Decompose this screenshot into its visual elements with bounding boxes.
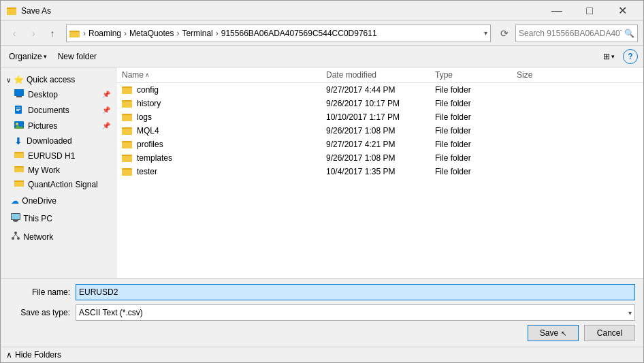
quick-access-chevron-icon: ∨ xyxy=(6,76,11,84)
svg-rect-4 xyxy=(69,32,80,37)
sidebar-item-onedrive[interactable]: › ☁ OneDrive xyxy=(1,194,116,208)
file-rows-container: config 9/27/2017 4:44 PM File folder his… xyxy=(116,83,643,178)
breadcrumb-sep-1: › xyxy=(124,29,127,38)
address-bar[interactable]: › Roaming › MetaQuotes › Terminal › 9155… xyxy=(66,25,491,42)
svg-point-31 xyxy=(12,237,14,240)
filename-input[interactable] xyxy=(76,284,635,300)
file-name-cell: logs xyxy=(122,112,326,122)
file-date-cell: 9/26/2017 10:17 PM xyxy=(326,99,435,108)
svg-rect-46 xyxy=(122,142,132,148)
back-button[interactable]: ‹ xyxy=(6,25,22,42)
table-row[interactable]: templates 9/26/2017 1:08 PM File folder xyxy=(116,151,643,165)
column-size[interactable]: Size xyxy=(517,70,585,80)
cancel-button[interactable]: Cancel xyxy=(584,325,635,341)
file-date-cell: 9/26/2017 1:08 PM xyxy=(326,153,435,163)
save-button[interactable]: Save ↖ xyxy=(528,325,579,341)
file-name-cell: tester xyxy=(122,167,326,176)
table-row[interactable]: tester 10/4/2017 1:35 PM File folder xyxy=(116,165,643,178)
forward-button[interactable]: › xyxy=(25,25,42,42)
table-row[interactable]: logs 10/10/2017 1:17 PM File folder xyxy=(116,110,643,124)
hide-folders-bar[interactable]: ∧ Hide Folders xyxy=(1,347,643,362)
svg-rect-47 xyxy=(123,141,125,142)
sidebar-item-quantaction[interactable]: QuantAction Signal xyxy=(1,177,116,191)
onedrive-icon: ☁ xyxy=(11,196,19,206)
svg-rect-43 xyxy=(122,129,132,135)
search-input[interactable] xyxy=(519,29,622,38)
sidebar-item-mywork[interactable]: My Work xyxy=(1,163,116,177)
svg-rect-49 xyxy=(122,156,132,162)
svg-rect-37 xyxy=(122,101,132,108)
main-area: ∨ ⭐ Quick access Desktop 📌 Documents xyxy=(1,67,643,278)
breadcrumb-metaquotes[interactable]: MetaQuotes xyxy=(129,29,174,38)
minimize-button[interactable]: — xyxy=(541,1,573,21)
file-type-cell: File folder xyxy=(435,99,517,108)
desktop-icon xyxy=(14,89,24,100)
column-date[interactable]: Date modified xyxy=(326,70,435,80)
file-type-cell: File folder xyxy=(435,85,517,95)
hide-folders-label: Hide Folders xyxy=(15,350,61,360)
pin-icon-pics: 📌 xyxy=(102,122,110,129)
refresh-button[interactable]: ⟳ xyxy=(496,25,513,42)
sidebar-item-documents[interactable]: Documents 📌 xyxy=(1,102,116,118)
quick-access-icon: ⭐ xyxy=(14,75,24,84)
close-button[interactable]: ✕ xyxy=(607,1,638,21)
column-type[interactable]: Type xyxy=(435,70,517,80)
bottom-area: File name: Save as type: ASCII Text (*.c… xyxy=(1,278,643,347)
column-name[interactable]: Name ∧ xyxy=(122,70,326,80)
title-icon xyxy=(6,5,17,16)
folder-work-icon xyxy=(14,165,24,175)
sidebar-item-thispc[interactable]: › This PC xyxy=(1,210,116,226)
thispc-icon xyxy=(11,212,20,224)
breadcrumb-sep-2: › xyxy=(176,29,179,38)
sidebar-section-thispc: › This PC xyxy=(1,210,116,226)
pictures-icon xyxy=(14,120,24,131)
table-row[interactable]: history 9/26/2017 10:17 PM File folder xyxy=(116,97,643,110)
breadcrumb-roaming[interactable]: Roaming xyxy=(88,29,121,38)
svg-rect-10 xyxy=(16,109,20,110)
file-date-cell: 9/26/2017 1:08 PM xyxy=(326,126,435,136)
bottom-buttons: Save ↖ Cancel xyxy=(9,325,635,341)
help-button[interactable]: ? xyxy=(623,49,638,64)
sidebar-section-quick-access: ∨ ⭐ Quick access Desktop 📌 Documents xyxy=(1,73,116,191)
svg-rect-27 xyxy=(14,221,17,222)
sidebar-section-onedrive: › ☁ OneDrive xyxy=(1,194,116,208)
breadcrumb-terminal[interactable]: Terminal xyxy=(182,29,212,38)
filetype-select[interactable]: ASCII Text (*.csv) ▾ xyxy=(76,304,635,321)
sidebar-item-eurusd[interactable]: EURUSD H1 xyxy=(1,148,116,163)
svg-rect-19 xyxy=(14,168,24,172)
sidebar-item-downloaded[interactable]: ⬇ Downloaded xyxy=(1,133,116,148)
organize-toolbar: Organize ▾ New folder ⊞ ▾ ? xyxy=(1,46,643,67)
sidebar-item-desktop[interactable]: Desktop 📌 xyxy=(1,86,116,102)
search-box[interactable]: 🔍 xyxy=(515,25,638,42)
svg-rect-7 xyxy=(16,96,22,97)
svg-rect-5 xyxy=(70,31,73,32)
svg-rect-26 xyxy=(13,220,18,221)
file-type-cell: File folder xyxy=(435,153,517,163)
table-row[interactable]: profiles 9/27/2017 4:21 PM File folder xyxy=(116,138,643,151)
save-as-dialog: Save As — □ ✕ ‹ › ↑ › Roaming › MetaQuot… xyxy=(0,0,644,363)
sidebar-item-network[interactable]: › Network xyxy=(1,229,116,244)
address-chevron-icon[interactable]: ▾ xyxy=(484,29,487,37)
svg-rect-9 xyxy=(16,108,20,108)
up-button[interactable]: ↑ xyxy=(44,25,61,42)
sidebar-item-pictures[interactable]: Pictures 📌 xyxy=(1,118,116,133)
sidebar-section-network: › Network xyxy=(1,229,116,244)
sidebar-header-quick-access[interactable]: ∨ ⭐ Quick access xyxy=(1,73,116,86)
download-icon: ⬇ xyxy=(14,136,22,146)
svg-rect-1 xyxy=(7,9,16,15)
view-button[interactable]: ⊞ ▾ xyxy=(600,48,617,65)
new-folder-button[interactable]: New folder xyxy=(55,48,99,65)
folder-icon xyxy=(122,112,133,122)
svg-rect-11 xyxy=(16,110,19,111)
breadcrumb-last: 915566BA06ADA407569C544CC0D97611 xyxy=(221,29,377,38)
table-row[interactable]: config 9/27/2017 4:44 PM File folder xyxy=(116,83,643,97)
file-date-cell: 9/27/2017 4:21 PM xyxy=(326,140,435,149)
filetype-label: Save as type: xyxy=(9,308,70,317)
svg-point-32 xyxy=(17,237,20,240)
organize-button[interactable]: Organize ▾ xyxy=(6,48,50,65)
file-name-cell: history xyxy=(122,99,326,108)
maximize-button[interactable]: □ xyxy=(574,1,605,21)
svg-rect-44 xyxy=(123,127,125,129)
address-folder-icon xyxy=(69,28,80,39)
table-row[interactable]: MQL4 9/26/2017 1:08 PM File folder xyxy=(116,124,643,138)
